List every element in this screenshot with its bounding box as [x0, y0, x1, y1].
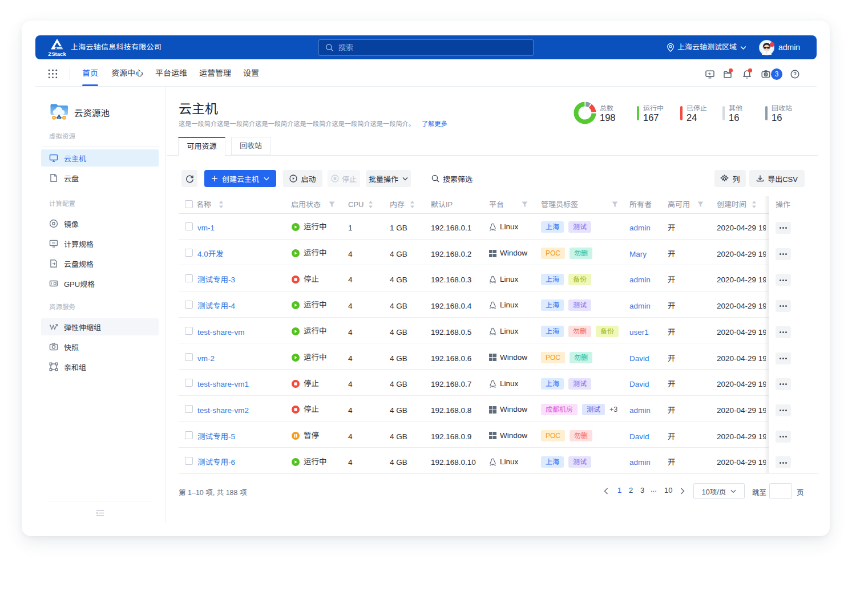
svg-text:ZStack: ZStack: [48, 51, 66, 57]
